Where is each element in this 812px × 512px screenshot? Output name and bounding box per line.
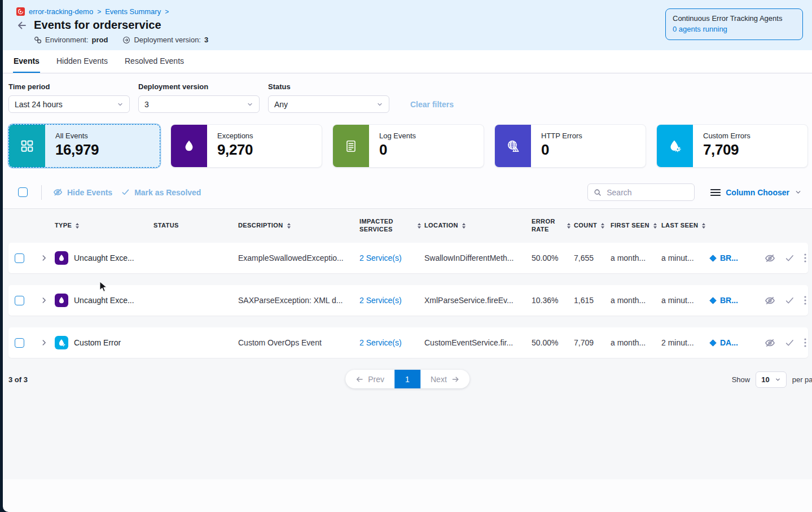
table-footer: 3 of 3 Prev 1 Next Show 10 per page xyxy=(3,370,812,389)
event-description: SAXParseException: XML d... xyxy=(238,296,359,305)
column-header-first-seen[interactable]: FIRST SEEN xyxy=(611,222,661,230)
hide-event-icon[interactable] xyxy=(765,338,775,348)
flame-icon xyxy=(171,125,207,167)
tab-hidden-events[interactable]: Hidden Events xyxy=(56,50,108,73)
deployment-value: 3 xyxy=(204,36,208,44)
kebab-menu-icon[interactable] xyxy=(804,253,806,262)
page-title: Events for orderservice xyxy=(34,19,161,32)
chevron-right-icon[interactable] xyxy=(33,254,55,262)
deployment-version-select[interactable]: 3 xyxy=(138,95,260,113)
prev-page-button[interactable]: Prev xyxy=(345,370,394,388)
row-checkbox[interactable] xyxy=(15,253,24,263)
table-row[interactable]: Uncaught Exce... ExampleSwallowedExcepti… xyxy=(8,243,808,273)
sort-icon[interactable] xyxy=(567,223,570,229)
row-checkbox[interactable] xyxy=(15,296,24,305)
column-header-status[interactable]: STATUS xyxy=(153,222,238,230)
eye-off-icon xyxy=(53,187,63,197)
sort-icon[interactable] xyxy=(462,223,466,229)
chevron-down-icon xyxy=(376,101,383,108)
clear-filters-button[interactable]: Clear filters xyxy=(410,100,454,109)
hamburger-icon xyxy=(710,189,721,196)
toolbar-divider xyxy=(41,185,42,200)
filter-bar: Time period Last 24 hours Deployment ver… xyxy=(3,73,812,122)
ticket-link[interactable]: BR... xyxy=(709,253,753,262)
resolve-event-icon[interactable] xyxy=(785,253,795,263)
card-label: Exceptions xyxy=(217,132,253,140)
chevron-right-icon[interactable] xyxy=(33,339,55,347)
sort-icon[interactable] xyxy=(653,223,657,229)
table-row[interactable]: Uncaught Exce... SAXParseException: XML … xyxy=(8,285,808,316)
events-table: TYPE STATUS DESCRIPTION IMPACTED SERVICE… xyxy=(3,208,812,479)
ticket-link[interactable]: BR... xyxy=(709,296,753,305)
search-box xyxy=(587,183,695,201)
event-location: CustomEventService.fir... xyxy=(424,338,532,347)
tab-events[interactable]: Events xyxy=(13,50,40,73)
sort-icon[interactable] xyxy=(601,223,604,229)
time-period-value: Last 24 hours xyxy=(15,100,63,109)
mark-as-resolved-button[interactable]: Mark as Resolved xyxy=(121,188,201,197)
card-label: All Events xyxy=(55,132,99,140)
column-chooser-button[interactable]: Column Chooser xyxy=(710,188,802,197)
check-icon xyxy=(121,188,130,196)
column-header-impacted-services[interactable]: IMPACTED SERVICES xyxy=(359,218,424,234)
sort-icon[interactable] xyxy=(287,223,291,229)
status-select[interactable]: Any xyxy=(268,95,389,113)
next-page-button[interactable]: Next xyxy=(420,370,469,388)
mark-as-resolved-label: Mark as Resolved xyxy=(134,188,201,197)
status-value: Any xyxy=(274,100,288,109)
card-value: 9,270 xyxy=(217,141,253,159)
event-location: XmlParseService.fireEv... xyxy=(424,296,532,305)
table-row[interactable]: Custom Error Custom OverOps Event 2 Serv… xyxy=(8,327,808,358)
bulk-actions-toolbar: Hide Events Mark as Resolved Column Cho xyxy=(3,177,812,208)
page-size-select[interactable]: 10 xyxy=(756,371,786,388)
page-number-button[interactable]: 1 xyxy=(394,370,420,388)
card-all-events[interactable]: All Events 16,979 xyxy=(8,124,160,168)
deployment-version-icon xyxy=(122,36,130,44)
card-exceptions[interactable]: Exceptions 9,270 xyxy=(170,124,322,168)
ticket-link[interactable]: DA... xyxy=(709,338,753,347)
impacted-services-link[interactable]: 2 Service(s) xyxy=(359,338,402,347)
event-type: Uncaught Exce... xyxy=(74,253,134,262)
breadcrumb-page-link[interactable]: Events Summary xyxy=(105,7,161,16)
resolve-event-icon[interactable] xyxy=(785,296,795,305)
event-count: 1,615 xyxy=(574,296,611,305)
agents-running-link[interactable]: 0 agents running xyxy=(673,25,796,34)
column-header-error-rate[interactable]: ERROR RATE xyxy=(532,218,574,234)
select-all-checkbox[interactable] xyxy=(18,187,28,197)
deployment-version-value: 3 xyxy=(144,100,149,109)
column-header-type[interactable]: TYPE xyxy=(55,222,153,230)
chevron-down-icon xyxy=(247,101,253,108)
chevron-right-icon[interactable] xyxy=(33,296,55,304)
error-tracking-logo-icon xyxy=(16,7,25,16)
row-checkbox[interactable] xyxy=(15,338,24,348)
impacted-services-link[interactable]: 2 Service(s) xyxy=(359,253,402,262)
kebab-menu-icon[interactable] xyxy=(804,338,806,347)
per-page-label: per page xyxy=(792,375,812,384)
impacted-services-link[interactable]: 2 Service(s) xyxy=(359,296,402,305)
kebab-menu-icon[interactable] xyxy=(804,296,806,305)
hide-events-button[interactable]: Hide Events xyxy=(53,187,112,197)
search-input[interactable] xyxy=(605,187,688,198)
sort-icon[interactable] xyxy=(702,223,705,229)
arrow-right-icon xyxy=(451,375,459,383)
breadcrumb-project-link[interactable]: error-tracking-demo xyxy=(29,7,93,16)
column-header-location[interactable]: LOCATION xyxy=(424,222,532,230)
time-period-select[interactable]: Last 24 hours xyxy=(8,95,130,113)
tab-resolved-events[interactable]: Resolved Events xyxy=(124,50,185,73)
last-seen: a minut... xyxy=(661,253,709,262)
hide-event-icon[interactable] xyxy=(765,253,775,264)
column-header-description[interactable]: DESCRIPTION xyxy=(238,222,359,230)
hide-event-icon[interactable] xyxy=(765,295,775,306)
card-custom-errors[interactable]: Custom Errors 7,709 xyxy=(656,124,808,168)
card-log-events[interactable]: Log Events 0 xyxy=(332,124,484,168)
card-value: 16,979 xyxy=(55,141,99,159)
back-arrow-icon[interactable] xyxy=(16,20,28,31)
column-header-last-seen[interactable]: LAST SEEN xyxy=(661,222,709,230)
card-http-errors[interactable]: HTTP Errors 0 xyxy=(494,124,646,168)
event-type: Uncaught Exce... xyxy=(74,296,134,305)
resolve-event-icon[interactable] xyxy=(785,338,795,348)
sort-icon[interactable] xyxy=(418,223,421,229)
last-seen: a minut... xyxy=(661,296,709,305)
column-header-count[interactable]: COUNT xyxy=(574,222,611,230)
sort-icon[interactable] xyxy=(76,223,79,229)
